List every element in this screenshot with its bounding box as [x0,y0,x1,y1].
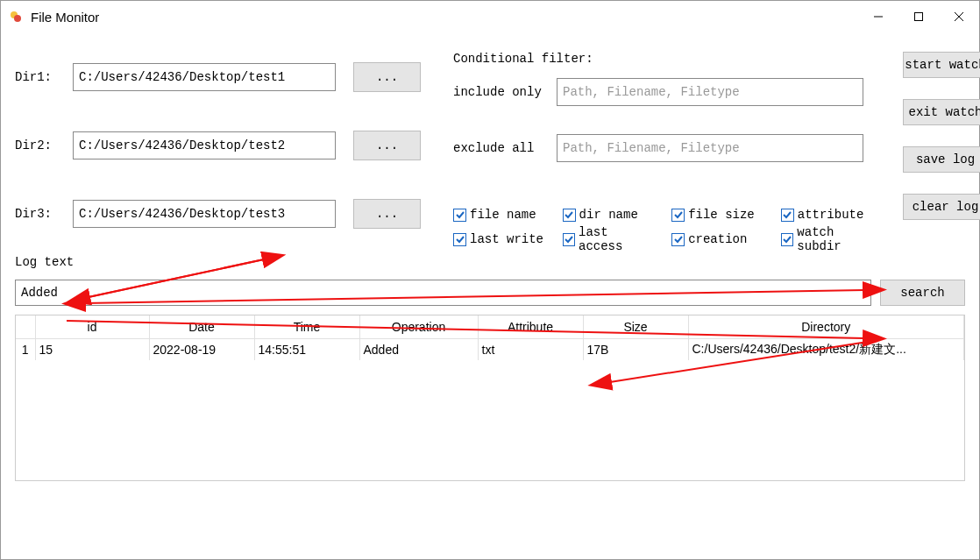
th-operation: Operation [359,315,478,339]
check-watch-subdir[interactable]: watch subdir [781,225,883,253]
save-log-button[interactable]: save log [903,146,980,173]
app-icon [8,9,24,25]
th-id: id [35,315,149,339]
titlebar: File Monitor [1,1,979,32]
dir2-browse-button[interactable]: ... [353,131,421,160]
dir2-label: Dir2: [15,138,73,152]
check-dir-name-label: dir name [579,208,638,222]
th-directory: Directory [688,315,964,339]
maximize-button[interactable] [898,1,939,32]
cell-attribute: txt [478,339,583,361]
include-input[interactable] [557,78,863,106]
clear-log-button[interactable]: clear log [903,194,980,220]
th-date: Date [149,315,254,339]
check-dir-name[interactable]: dir name [563,208,657,222]
exclude-input[interactable] [557,134,863,162]
table-row[interactable]: 1 15 2022-08-19 14:55:51 Added txt 17B C… [16,339,964,361]
th-index [16,315,35,339]
dir1-label: Dir1: [15,70,73,84]
cell-directory: C:/Users/42436/Desktop/test2/新建文... [688,339,964,361]
exit-watch-button[interactable]: exit watch [903,99,980,125]
include-label: include only [453,85,550,99]
close-button[interactable] [939,1,979,32]
start-watch-button[interactable]: start watch [903,52,980,78]
th-time: Time [254,315,359,339]
check-attribute-label: attribute [798,208,864,222]
check-file-name-label: file name [470,208,536,222]
cell-date: 2022-08-19 [149,339,254,361]
cell-index: 1 [16,339,35,361]
exclude-label: exclude all [453,141,550,155]
check-creation[interactable]: creation [671,232,765,246]
log-search-input[interactable] [15,280,871,306]
dir1-browse-button[interactable]: ... [353,62,421,92]
check-last-write-label: last write [470,232,543,246]
dir3-label: Dir3: [15,207,73,221]
cell-id: 15 [35,339,149,361]
minimize-button[interactable] [858,1,898,32]
dir3-browse-button[interactable]: ... [353,199,421,229]
window: File Monitor Dir1: ... Dir2 [0,0,980,560]
cell-operation: Added [359,339,478,361]
cell-size: 17B [583,339,688,361]
table-header-row: id Date Time Operation Attribute Size Di… [16,315,964,339]
check-last-write[interactable]: last write [453,232,547,246]
check-file-size-label: file size [688,208,755,222]
svg-point-1 [14,15,21,22]
check-watch-subdir-label: watch subdir [797,225,883,253]
dir1-input[interactable] [73,63,336,91]
window-title: File Monitor [31,10,99,25]
check-file-size[interactable]: file size [671,208,765,222]
dir2-input[interactable] [73,131,336,159]
th-attribute: Attribute [478,315,583,339]
window-controls [858,1,979,32]
check-last-access-label: last access [579,225,656,253]
th-size: Size [583,315,688,339]
check-file-name[interactable]: file name [453,208,547,222]
cell-time: 14:55:51 [254,339,359,361]
check-last-access[interactable]: last access [563,225,657,253]
search-button[interactable]: search [880,280,965,306]
dir3-input[interactable] [73,200,336,228]
check-attribute[interactable]: attribute [781,208,883,222]
log-text-label: Log text [15,255,74,269]
svg-rect-3 [915,13,923,21]
log-table[interactable]: id Date Time Operation Attribute Size Di… [15,315,965,481]
filter-title: Conditional filter: [453,43,883,74]
check-creation-label: creation [688,232,747,246]
